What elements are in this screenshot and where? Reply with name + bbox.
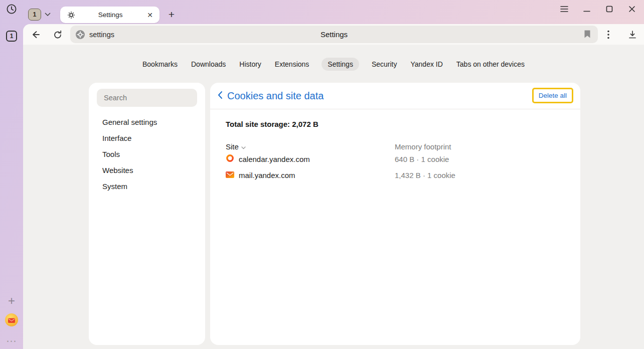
- back-to-settings-link[interactable]: Cookies and site data: [218, 90, 324, 102]
- cookies-panel-body: Total site storage: 2,072 B Site Memory …: [210, 109, 580, 183]
- mail-favicon-icon: [226, 171, 234, 180]
- url-text: settings: [89, 31, 114, 39]
- new-tab-button[interactable]: +: [165, 8, 178, 22]
- chevron-left-icon: [218, 91, 223, 101]
- sidebar-item-tools[interactable]: Tools: [89, 146, 205, 162]
- search-input[interactable]: [104, 94, 190, 102]
- toolbar: settings Settings: [23, 24, 644, 45]
- nav-extensions[interactable]: Extensions: [274, 58, 310, 71]
- close-tab-icon[interactable]: ✕: [145, 11, 154, 19]
- tab-group: 1: [28, 9, 51, 21]
- cookie-table-header: Site Memory footprint: [226, 142, 580, 151]
- memory-footprint: 640 B · 1 cookie: [395, 155, 580, 163]
- settings-top-nav: Bookmarks Downloads History Extensions S…: [23, 58, 644, 71]
- nav-settings[interactable]: Settings: [321, 58, 359, 71]
- tab-settings[interactable]: Settings ✕: [60, 7, 159, 23]
- reload-icon[interactable]: [51, 28, 64, 41]
- memory-column-header: Memory footprint: [395, 142, 580, 151]
- page-favicon: [75, 30, 85, 40]
- sidebar-item-general-settings[interactable]: General settings: [89, 114, 205, 130]
- side-rail: 1 + …: [0, 24, 23, 349]
- settings-menu: General settings Interface Tools Website…: [89, 114, 205, 195]
- gear-icon: [67, 11, 75, 19]
- table-row[interactable]: mail.yandex.com 1,432 B · 1 cookie: [226, 167, 580, 183]
- kebab-menu-icon[interactable]: [602, 28, 615, 41]
- chevron-down-icon[interactable]: [45, 13, 51, 17]
- history-clock-icon[interactable]: [6, 4, 17, 15]
- settings-page: Bookmarks Downloads History Extensions S…: [23, 45, 644, 349]
- tab-title: Settings: [75, 11, 145, 19]
- page-title: Settings: [70, 30, 598, 39]
- window-menu-icon[interactable]: [559, 4, 569, 14]
- nav-yandex-id[interactable]: Yandex ID: [409, 58, 443, 71]
- sidebar-item-websites[interactable]: Websites: [89, 162, 205, 179]
- cookies-panel-header: Cookies and site data Delete all: [210, 83, 580, 109]
- sidebar-item-system[interactable]: System: [89, 179, 205, 195]
- download-icon[interactable]: [626, 28, 639, 41]
- site-column-header[interactable]: Site: [226, 142, 395, 151]
- yandex-mail-icon[interactable]: [5, 313, 19, 327]
- rail-more-icon[interactable]: …: [0, 332, 23, 345]
- cookies-panel: Cookies and site data Delete all Total s…: [210, 83, 580, 345]
- nav-history[interactable]: History: [238, 58, 262, 71]
- nav-security[interactable]: Security: [371, 58, 398, 71]
- table-row[interactable]: calendar.yandex.com 640 B · 1 cookie: [226, 151, 580, 167]
- address-bar[interactable]: settings Settings: [70, 26, 598, 43]
- back-icon[interactable]: [29, 28, 42, 41]
- tab-panel-badge[interactable]: 1: [6, 31, 17, 42]
- browser-chrome: settings Settings Bookmarks: [23, 24, 644, 349]
- tab-group-badge[interactable]: 1: [28, 9, 41, 21]
- cookies-title: Cookies and site data: [227, 90, 324, 102]
- search-box[interactable]: [97, 89, 197, 107]
- cookie-table: Site Memory footprint: [226, 142, 580, 183]
- delete-all-button[interactable]: Delete all: [532, 88, 573, 103]
- sidebar-item-interface[interactable]: Interface: [89, 130, 205, 146]
- nav-tabs-other-devices[interactable]: Tabs on other devices: [455, 58, 526, 71]
- calendar-favicon-icon: [226, 154, 234, 164]
- titlebar: 1 Settings ✕ +: [0, 0, 644, 24]
- settings-sidebar-card: General settings Interface Tools Website…: [89, 83, 205, 345]
- site-name: calendar.yandex.com: [239, 155, 310, 163]
- nav-bookmarks[interactable]: Bookmarks: [141, 58, 179, 71]
- nav-downloads[interactable]: Downloads: [190, 58, 227, 71]
- site-name: mail.yandex.com: [239, 171, 295, 180]
- total-site-storage: Total site storage: 2,072 B: [226, 109, 580, 128]
- window-controls: [559, 4, 637, 14]
- maximize-icon[interactable]: [604, 4, 614, 14]
- minimize-icon[interactable]: [582, 4, 592, 14]
- close-window-icon[interactable]: [627, 4, 637, 14]
- sort-chevron-icon: [241, 142, 246, 151]
- memory-footprint: 1,432 B · 1 cookie: [395, 171, 580, 180]
- rail-add-icon[interactable]: +: [0, 294, 23, 308]
- bookmark-icon[interactable]: [584, 30, 591, 39]
